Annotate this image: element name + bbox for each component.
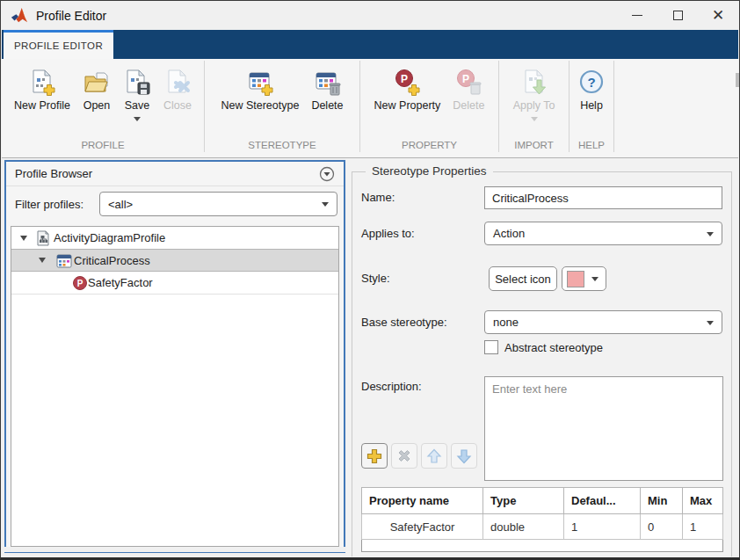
profile-editor-window: Profile Editor ✕ PROFILE EDITOR — [0, 0, 740, 560]
cell-min[interactable]: 0 — [641, 514, 683, 540]
chevron-down-icon — [322, 202, 329, 207]
expander-chevron-icon[interactable] — [39, 258, 46, 263]
window-controls: ✕ — [617, 1, 738, 30]
property-table-row[interactable]: SafetyFactor double 1 0 1 — [362, 514, 723, 540]
chevron-down-icon — [591, 277, 599, 281]
ribbon-toolbar: New Profile Open — [2, 59, 738, 158]
close-profile-button[interactable]: Close — [157, 64, 198, 113]
description-label: Description: — [361, 380, 422, 393]
style-label: Style: — [361, 272, 390, 285]
col-min: Min — [641, 488, 683, 514]
col-default: Defaul... — [564, 488, 641, 514]
tab-profile-editor[interactable]: PROFILE EDITOR — [4, 30, 113, 59]
ribbon-section-stereotype: STEREOTYPE — [205, 140, 359, 157]
svg-text:P: P — [462, 73, 469, 85]
move-down-button[interactable] — [451, 443, 477, 469]
delete-property-label: Delete — [453, 99, 484, 112]
cell-default[interactable]: 1 — [564, 514, 641, 540]
save-icon — [123, 66, 151, 99]
open-button[interactable]: Open — [76, 64, 117, 113]
tree-row-activitydiagramprofile[interactable]: ActivityDiagramProfile — [11, 227, 338, 250]
new-profile-icon — [28, 66, 56, 99]
maximize-icon — [673, 11, 683, 20]
delete-property-row-button[interactable] — [391, 443, 417, 469]
profile-browser-header: Profile Browser — [6, 162, 344, 186]
add-property-button[interactable] — [361, 443, 388, 469]
base-stereotype-value: none — [493, 316, 519, 329]
icon-color-dropdown[interactable] — [562, 266, 606, 291]
name-input[interactable] — [484, 186, 722, 209]
cell-max[interactable]: 1 — [683, 514, 723, 540]
profile-tree: ActivityDiagramProfile CriticalProcess — [11, 226, 339, 547]
move-up-button[interactable] — [421, 443, 447, 469]
col-property-name: Property name — [362, 488, 483, 514]
ribbon-group-property: P New Property P — [360, 59, 498, 157]
open-label: Open — [83, 99, 111, 112]
delete-stereotype-icon — [313, 66, 341, 99]
select-icon-button[interactable]: Select icon — [489, 266, 557, 291]
new-property-button[interactable]: P New Property — [368, 64, 447, 113]
help-label: Help — [580, 99, 603, 112]
ribbon-group-import: Apply To IMPORT — [499, 59, 569, 157]
ribbon-section-help: HELP — [570, 140, 613, 157]
base-stereotype-dropdown[interactable]: none — [484, 310, 722, 334]
delete-property-button[interactable]: P Delete — [446, 64, 490, 113]
expander-chevron-icon[interactable] — [20, 236, 27, 241]
cell-property-name[interactable]: SafetyFactor — [362, 514, 483, 540]
maximize-button[interactable] — [657, 1, 698, 30]
new-stereotype-button[interactable]: New Stereotype — [214, 64, 305, 113]
abstract-stereotype-checkbox[interactable] — [484, 340, 498, 354]
bottom-strip — [3, 547, 346, 552]
description-textarea[interactable] — [484, 376, 723, 481]
new-stereotype-icon — [246, 66, 274, 99]
ribbon-group-stereotype: New Stereotype Dele — [205, 59, 359, 157]
icon-color-swatch — [567, 271, 584, 287]
applies-to-dropdown[interactable]: Action — [484, 222, 722, 245]
close-profile-label: Close — [163, 99, 192, 112]
filter-profiles-label: Filter profiles: — [15, 198, 83, 211]
property-table-header-row: Property name Type Defaul... Min Max — [362, 488, 723, 514]
select-icon-label: Select icon — [495, 273, 551, 286]
window-title: Profile Editor — [36, 9, 106, 23]
new-property-label: New Property — [374, 99, 441, 112]
new-profile-label: New Profile — [14, 99, 70, 112]
abstract-stereotype-row[interactable]: Abstract stereotype — [484, 340, 603, 354]
name-label: Name: — [361, 191, 395, 204]
apply-to-button[interactable]: Apply To — [507, 64, 562, 123]
new-stereotype-label: New Stereotype — [221, 99, 299, 112]
chevron-down-icon — [707, 321, 714, 325]
profile-icon — [35, 230, 51, 246]
ribbon-collapse-icon[interactable] — [736, 73, 739, 87]
filter-profiles-value: <all> — [108, 198, 133, 211]
apply-to-icon — [520, 66, 548, 99]
new-property-icon: P — [393, 66, 421, 99]
titlebar: Profile Editor ✕ — [2, 1, 738, 30]
minimize-icon — [632, 15, 642, 16]
save-label: Save — [125, 99, 150, 112]
save-button[interactable]: Save — [117, 64, 157, 123]
ribbon-group-help: ? Help HELP — [570, 59, 613, 157]
tree-row-safetyfactor[interactable]: P SafetyFactor — [11, 272, 338, 295]
tree-row-criticalprocess[interactable]: CriticalProcess — [11, 249, 338, 272]
property-icon: P — [72, 275, 88, 291]
ribbon-section-profile: PROFILE — [2, 140, 204, 157]
tab-label: PROFILE EDITOR — [14, 40, 103, 51]
delete-stereotype-button[interactable]: Delete — [305, 64, 349, 113]
stereotype-properties-panel: Stereotype Properties Name: Applies to: … — [346, 159, 738, 555]
close-button[interactable]: ✕ — [698, 1, 738, 30]
tabstrip: PROFILE EDITOR — [2, 30, 738, 59]
panel-menu-icon[interactable] — [319, 166, 335, 182]
svg-text:?: ? — [587, 75, 595, 90]
cell-type[interactable]: double — [483, 514, 564, 540]
filter-profiles-dropdown[interactable]: <all> — [99, 192, 337, 216]
close-icon: ✕ — [712, 8, 724, 23]
delete-property-icon: P — [454, 66, 482, 99]
arrow-down-icon — [455, 447, 473, 465]
applies-to-label: Applies to: — [361, 227, 415, 240]
svg-text:P: P — [77, 279, 83, 288]
matlab-logo-icon — [10, 7, 29, 25]
tree-label-stereotype: CriticalProcess — [74, 254, 150, 267]
new-profile-button[interactable]: New Profile — [8, 64, 76, 113]
minimize-button[interactable] — [617, 1, 657, 30]
help-button[interactable]: ? Help — [571, 64, 612, 113]
